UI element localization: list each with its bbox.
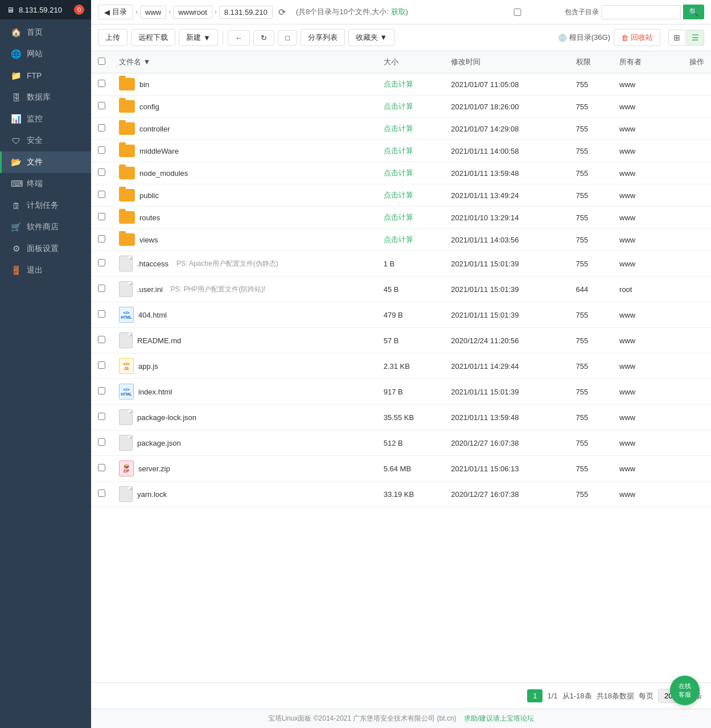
row-checkbox-cell [91,96,112,118]
row-permissions: 755 [569,379,613,405]
select-all-checkbox[interactable] [98,57,105,65]
remote-download-button[interactable]: 远程下载 [131,29,175,46]
file-name[interactable]: .htaccess [137,260,168,268]
file-name[interactable]: package.json [137,439,181,447]
row-checkbox[interactable] [98,80,105,87]
sidebar-item-security[interactable]: 🛡安全 [0,130,91,151]
refresh-button[interactable]: ↻ [253,30,274,46]
row-checkbox[interactable] [98,310,105,318]
path-refresh-button[interactable]: ⟳ [275,6,289,19]
sidebar-item-database[interactable]: 🗄数据库 [0,87,91,108]
recycle-bin-button[interactable]: 🗑 回收站 [614,29,660,46]
table-row: yarn.lock 33.19 KB 2020/12/27 16:07:38 7… [91,482,711,507]
include-subdir-checkbox[interactable] [472,9,563,16]
file-name[interactable]: yarn.lock [137,490,167,499]
generic-file-icon [119,332,133,348]
row-permissions: 755 [569,73,613,96]
search-button[interactable]: 🔍 [683,5,704,19]
breadcrumb-www[interactable]: www [140,6,166,19]
calc-size-link[interactable]: 点击计算 [384,191,413,199]
row-checkbox[interactable] [98,285,105,292]
row-checkbox[interactable] [98,146,105,154]
file-name[interactable]: public [139,191,159,200]
sidebar-item-schedule[interactable]: 🗓计划任务 [0,195,91,216]
row-checkbox[interactable] [98,213,105,220]
file-name[interactable]: node_modules [139,169,188,178]
file-name[interactable]: middleWare [139,147,179,155]
back-icon: ◀ [104,8,110,17]
breadcrumb-wwwroot[interactable]: wwwroot [173,6,212,19]
grid-view-button[interactable]: ⊞ [668,30,685,46]
row-size: 点击计算 [377,207,445,229]
row-modified: 2021/01/07 11:05:08 [444,73,569,96]
online-support-button[interactable]: 在线 客服 [670,676,700,705]
row-checkbox-cell [91,229,112,251]
upload-button[interactable]: 上传 [98,29,128,46]
back-to-directory-button[interactable]: ◀ ◀ 目录 目录 [98,5,133,19]
calc-size-link[interactable]: 点击计算 [384,124,413,133]
terminal-button[interactable]: □ [278,30,297,46]
sidebar-item-ftp[interactable]: 📁FTP [0,65,91,87]
sidebar-item-software[interactable]: 🛒软件商店 [0,216,91,238]
share-list-button[interactable]: 分享列表 [301,29,345,46]
file-name[interactable]: index.html [138,388,172,396]
sidebar-item-website[interactable]: 🌐网站 [0,43,91,65]
fetch-size-link[interactable]: 获取 [391,7,406,16]
sidebar-item-monitor[interactable]: 📊监控 [0,108,91,130]
row-checkbox[interactable] [98,168,105,176]
file-name[interactable]: config [139,102,159,111]
file-name[interactable]: .user.ini [137,285,163,294]
row-owner: www [613,162,667,184]
back-button[interactable]: ← [228,30,250,46]
sidebar-item-home[interactable]: 🏠首页 [0,22,91,43]
footer-forum-link[interactable]: 求助/建议请上宝塔论坛 [464,714,534,722]
file-name[interactable]: bin [139,80,149,89]
row-modified: 2021/01/11 15:01:39 [444,379,569,405]
file-name[interactable]: 404.html [138,311,167,319]
sidebar-item-files[interactable]: 📂文件 [0,151,91,173]
notification-badge: 0 [74,5,84,15]
file-name[interactable]: controller [139,125,170,133]
sidebar-item-terminal[interactable]: ⌨终端 [0,173,91,195]
row-checkbox[interactable] [98,102,105,109]
row-checkbox[interactable] [98,464,105,471]
sidebar-item-panel[interactable]: ⚙面板设置 [0,238,91,260]
calc-size-link[interactable]: 点击计算 [384,80,413,88]
row-actions [667,482,711,507]
files-icon: 📂 [11,157,21,167]
row-checkbox[interactable] [98,361,105,369]
row-permissions: 755 [569,405,613,430]
page-1-button[interactable]: 1 [527,689,543,702]
favorites-button[interactable]: 收藏夹 ▼ [348,29,394,46]
row-checkbox[interactable] [98,259,105,266]
zip-file-icon: 📦ZIP [119,460,134,476]
calc-size-link[interactable]: 点击计算 [384,235,413,244]
row-checkbox[interactable] [98,235,105,242]
row-checkbox[interactable] [98,124,105,131]
list-view-button[interactable]: ☰ [687,30,704,46]
row-checkbox[interactable] [98,336,105,343]
row-checkbox[interactable] [98,490,105,497]
new-button[interactable]: 新建 ▼ [179,29,218,46]
file-name[interactable]: routes [139,213,160,222]
row-checkbox[interactable] [98,387,105,394]
file-name[interactable]: views [139,236,158,244]
row-checkbox[interactable] [98,438,105,446]
row-name: node_modules [112,162,377,184]
file-name[interactable]: README.md [137,336,181,345]
search-input[interactable] [601,5,681,19]
calc-size-link[interactable]: 点击计算 [384,102,413,110]
row-owner: www [613,73,667,96]
row-name: README.md [112,328,377,353]
file-name[interactable]: app.js [138,362,158,371]
calc-size-link[interactable]: 点击计算 [384,213,413,221]
calc-size-link[interactable]: 点击计算 [384,168,413,177]
file-name[interactable]: package-lock.json [137,413,196,422]
row-size: 512 B [377,430,445,456]
row-checkbox[interactable] [98,413,105,420]
row-checkbox[interactable] [98,191,105,198]
calc-size-link[interactable]: 点击计算 [384,146,413,155]
file-name[interactable]: server.zip [138,464,170,473]
sidebar-item-logout[interactable]: 🚪退出 [0,260,91,281]
table-row: package-lock.json 35.55 KB 2021/01/11 13… [91,405,711,430]
